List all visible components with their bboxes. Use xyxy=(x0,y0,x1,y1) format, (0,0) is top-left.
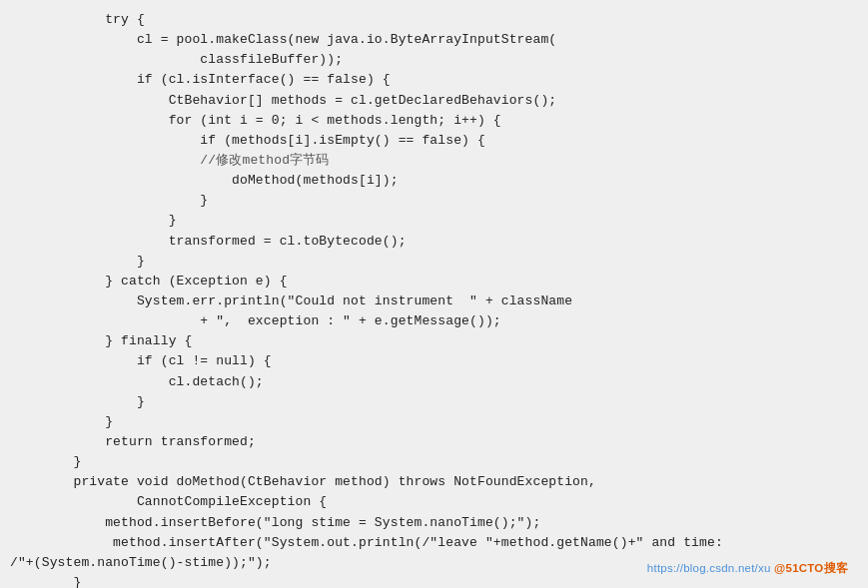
code-line: if (cl.isInterface() == false) { xyxy=(0,70,868,90)
code-line: if (cl != null) { xyxy=(0,351,868,371)
code-line: } xyxy=(0,412,868,432)
code-line: private void doMethod(CtBehavior method)… xyxy=(0,472,868,492)
code-line: } xyxy=(0,211,868,231)
code-line: if (methods[i].isEmpty() == false) { xyxy=(0,131,868,151)
watermark-site: @51CTO搜客 xyxy=(774,562,848,574)
code-line: } xyxy=(0,392,868,412)
code-line: } finally { xyxy=(0,331,868,351)
code-line: method.insertBefore("long stime = System… xyxy=(0,513,868,533)
code-line: cl = pool.makeClass(new java.io.ByteArra… xyxy=(0,30,868,50)
code-container: try { cl = pool.makeClass(new java.io.By… xyxy=(0,0,868,588)
code-line: cl.detach(); xyxy=(0,372,868,392)
code-line: } catch (Exception e) { xyxy=(0,272,868,292)
code-line: + ", exception : " + e.getMessage()); xyxy=(0,311,868,331)
code-line: CtBehavior[] methods = cl.getDeclaredBeh… xyxy=(0,91,868,111)
code-line: classfileBuffer)); xyxy=(0,50,868,70)
code-block: try { cl = pool.makeClass(new java.io.By… xyxy=(0,10,868,588)
code-line: } xyxy=(0,191,868,211)
code-line: System.err.println("Could not instrument… xyxy=(0,292,868,311)
code-line: for (int i = 0; i < methods.length; i++)… xyxy=(0,111,868,131)
code-line: doMethod(methods[i]); xyxy=(0,171,868,191)
code-line: CannotCompileException { xyxy=(0,492,868,512)
code-line: try { xyxy=(0,10,868,30)
code-line: } xyxy=(0,252,868,272)
code-line: return transformed; xyxy=(0,432,868,452)
code-line: method.insertAfter("System.out.println(/… xyxy=(0,533,868,553)
code-line: transformed = cl.toBytecode(); xyxy=(0,232,868,252)
code-line: //修改method字节码 xyxy=(0,151,868,171)
code-line: } xyxy=(0,452,868,472)
watermark-url: https://blog.csdn.net/xu xyxy=(647,562,771,574)
watermark: https://blog.csdn.net/xu @51CTO搜客 xyxy=(647,561,848,576)
